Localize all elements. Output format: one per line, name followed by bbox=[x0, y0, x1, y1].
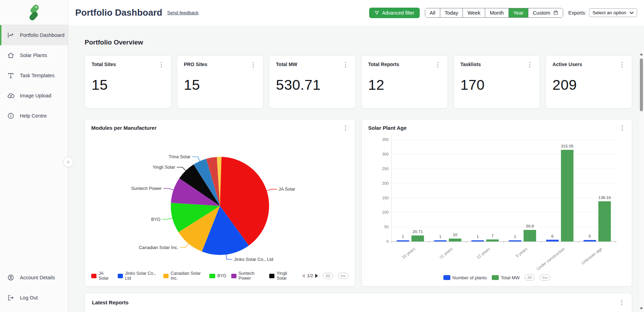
scrollbar-thumb[interactable] bbox=[640, 58, 643, 111]
sidebar-item-label: Portfolio Dashboard bbox=[20, 32, 64, 38]
stat-value: 12 bbox=[368, 77, 441, 93]
svg-text:300: 300 bbox=[382, 152, 389, 156]
legend-label: Total MW bbox=[501, 275, 520, 280]
chevron-down-icon bbox=[630, 11, 634, 14]
legend-inv-button[interactable]: Inv bbox=[338, 273, 349, 279]
stat-value: 530.71 bbox=[276, 77, 349, 93]
stat-label: Tasklists bbox=[460, 62, 481, 67]
sidebar-item-label: Task Templates bbox=[20, 73, 55, 78]
time-filter-all[interactable]: All bbox=[425, 8, 440, 17]
legend-swatch bbox=[443, 275, 450, 280]
time-filter-week[interactable]: Week bbox=[463, 8, 485, 17]
legend-item[interactable]: Canadian Solar Inc. bbox=[163, 271, 204, 281]
svg-text:250: 250 bbox=[382, 167, 389, 171]
sidebar-item-log-out[interactable]: Log Out bbox=[0, 288, 68, 308]
sidebar-item-account-details[interactable]: Account Details bbox=[0, 267, 68, 288]
legend-label: JA Solar bbox=[99, 271, 113, 281]
legend-page-indicator: 1/2 bbox=[307, 273, 313, 278]
legend-all-button[interactable]: All bbox=[525, 274, 535, 281]
app-logo bbox=[0, 0, 68, 25]
time-filter-month[interactable]: Month bbox=[485, 8, 508, 17]
card-menu-icon[interactable] bbox=[619, 125, 626, 131]
pie-chart-canvas[interactable]: JA SolarJinko Solar Co., LtdCanadian Sol… bbox=[91, 131, 349, 269]
time-filter-custom[interactable]: Custom bbox=[528, 8, 563, 17]
svg-text:1: 1 bbox=[476, 234, 479, 239]
legend-prev-icon[interactable] bbox=[302, 274, 305, 278]
scrollbar-down-icon[interactable] bbox=[639, 306, 644, 311]
svg-text:JA Solar: JA Solar bbox=[279, 186, 296, 192]
pie-chart-legend: JA Solar Jinko Solar Co., Ltd Canadian S… bbox=[91, 269, 349, 282]
pie-chart-card: Modules per Manufacturer JA SolarJinko S… bbox=[85, 119, 355, 287]
exports-select-value: Select an option bbox=[592, 10, 626, 15]
exports-select[interactable]: Select an option bbox=[589, 8, 637, 17]
sidebar-item-label: Image Upload bbox=[20, 93, 51, 98]
card-menu-icon[interactable] bbox=[435, 62, 441, 68]
legend-all-button[interactable]: All bbox=[323, 273, 333, 279]
main-area: Portfolio Dashboard Send feedback Advanc… bbox=[68, 0, 644, 312]
template-icon bbox=[7, 72, 15, 79]
scrollbar-up-icon[interactable] bbox=[639, 51, 644, 57]
legend-label: Canadian Solar Inc. bbox=[171, 271, 204, 281]
home-icon bbox=[7, 51, 15, 59]
stat-card-total-mw: Total MW 530.71 bbox=[269, 55, 356, 109]
legend-item[interactable]: Number of plants bbox=[443, 275, 487, 280]
legend-item[interactable]: JA Solar bbox=[91, 271, 113, 281]
bar-chart-canvas[interactable]: 050100150200250300350120.7110 years11011… bbox=[368, 131, 626, 272]
legend-swatch bbox=[91, 274, 96, 278]
stat-label: PRO Sites bbox=[184, 62, 208, 67]
sidebar-item-solar-plants[interactable]: Solar Plants bbox=[0, 45, 68, 65]
user-icon bbox=[7, 274, 15, 281]
svg-text:Under construction: Under construction bbox=[536, 246, 566, 271]
legend-inv-button[interactable]: Inv bbox=[540, 274, 550, 281]
send-feedback-link[interactable]: Send feedback bbox=[167, 10, 199, 15]
svg-text:0: 0 bbox=[387, 239, 389, 243]
time-filter-today[interactable]: Today bbox=[440, 8, 463, 17]
sidebar-item-help-centre[interactable]: Help Centre bbox=[0, 106, 68, 126]
legend-item[interactable]: Total MW bbox=[492, 275, 520, 280]
legend-item[interactable]: BYD bbox=[209, 273, 226, 278]
charts-row: Modules per Manufacturer JA SolarJinko S… bbox=[85, 119, 632, 287]
svg-text:350: 350 bbox=[382, 137, 389, 142]
legend-label: Number of plants bbox=[452, 275, 487, 280]
card-menu-icon[interactable] bbox=[342, 125, 349, 131]
card-menu-icon[interactable] bbox=[158, 62, 164, 68]
advanced-filter-button[interactable]: Advanced filter bbox=[369, 8, 420, 18]
card-menu-icon[interactable] bbox=[619, 299, 625, 306]
funnel-icon bbox=[374, 10, 379, 15]
legend-item[interactable]: Jinko Solar Co., Ltd bbox=[118, 271, 158, 281]
bar-chart-card: Solar Plant Age 050100150200250300350120… bbox=[362, 119, 632, 287]
sidebar-item-task-templates[interactable]: Task Templates bbox=[0, 65, 68, 86]
sidebar-item-image-upload[interactable]: Image Upload bbox=[0, 86, 68, 106]
time-filter-year[interactable]: Year bbox=[509, 8, 528, 17]
sidebar-item-label: Solar Plants bbox=[20, 53, 47, 58]
sidebar-item-portfolio-dashboard[interactable]: Portfolio Dashboard bbox=[0, 25, 68, 45]
card-menu-icon[interactable] bbox=[250, 62, 256, 68]
latest-reports-title: Latest Reports bbox=[92, 299, 129, 305]
card-menu-icon[interactable] bbox=[342, 62, 349, 68]
content-area: Portfolio Overview Total Sites 15 PRO Si… bbox=[68, 25, 644, 312]
stat-card-pro-sites: PRO Sites 15 bbox=[177, 55, 264, 109]
svg-text:39.8: 39.8 bbox=[526, 224, 534, 229]
legend-item[interactable]: Yingli Solar bbox=[269, 271, 296, 281]
sidebar-nav: Portfolio Dashboard Solar Plants Task Te… bbox=[0, 25, 68, 126]
legend-item[interactable]: Suntech Power bbox=[231, 271, 265, 281]
stat-label: Active Users bbox=[552, 62, 582, 67]
info-icon bbox=[7, 112, 15, 120]
sidebar-item-label: Account Details bbox=[20, 275, 55, 280]
svg-text:Suntech Power: Suntech Power bbox=[131, 186, 162, 191]
svg-text:1: 1 bbox=[402, 234, 404, 239]
svg-text:50: 50 bbox=[384, 225, 389, 229]
svg-text:138.16: 138.16 bbox=[598, 195, 611, 200]
svg-text:9 years: 9 years bbox=[515, 246, 528, 258]
card-menu-icon[interactable] bbox=[527, 62, 533, 68]
svg-text:315.05: 315.05 bbox=[561, 144, 574, 149]
exports-control: Exports: Select an option bbox=[568, 8, 637, 17]
svg-text:7: 7 bbox=[491, 233, 494, 238]
sidebar-collapse-button[interactable] bbox=[63, 157, 73, 167]
legend-next-icon[interactable] bbox=[315, 274, 318, 278]
advanced-filter-label: Advanced filter bbox=[382, 10, 414, 16]
svg-text:Trina Solar: Trina Solar bbox=[169, 154, 191, 159]
cloud-upload-icon bbox=[7, 92, 15, 99]
card-menu-icon[interactable] bbox=[619, 62, 625, 68]
legend-pagination: 1/2 bbox=[302, 273, 318, 278]
